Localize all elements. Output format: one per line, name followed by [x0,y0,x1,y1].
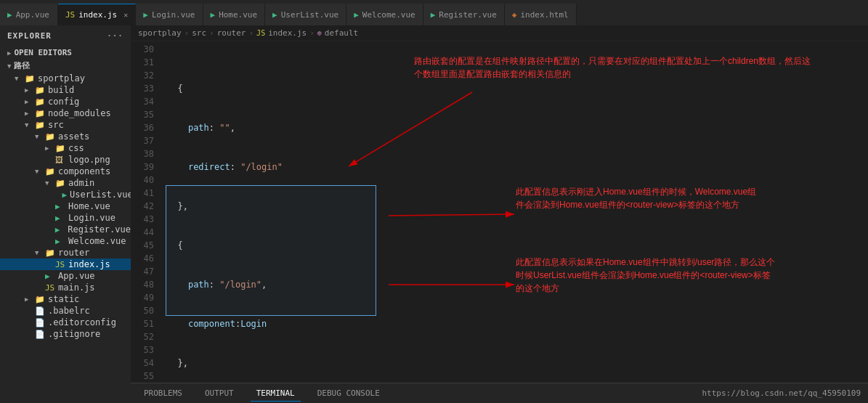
breadcrumb-default: default [325,28,358,38]
tab-label: index.html [520,10,568,20]
tree-css[interactable]: ▶ 📁 css [0,142,131,154]
vue-icon: ▶ [354,10,359,20]
tree-label: Register.vue [68,224,131,235]
code-line-30: { [167,82,868,95]
vue-icon: ▶ [55,202,65,211]
tab-terminal[interactable]: TERMINAL [251,386,301,402]
tree-components[interactable]: ▼ 📁 components [0,166,131,177]
tree-label: sportplay [38,73,85,84]
tab-debug-console[interactable]: DEBUG CONSOLE [312,386,386,401]
tab-userlist-vue[interactable]: ▶ UserList.vue [265,4,346,25]
tree-register-vue[interactable]: ▶ ▶ Register.vue [0,224,131,235]
tree-gitignore[interactable]: ▶ 📄 .gitignore [0,328,131,340]
tree-label: admin [68,178,94,188]
tree-label: assets [58,131,89,142]
sidebar: EXPLORER ··· ▶ OPEN EDITORS ▼ 路径 ▼ 📁 spo… [0,25,131,403]
path-section[interactable]: ▼ 路径 [0,59,131,73]
line-numbers: 30 31 32 33 34 35 36 37 38 39 40 41 42 4… [131,41,160,383]
tree-build[interactable]: ▶ 📁 build [0,84,131,96]
tree-label: logo.png [68,155,110,165]
breadcrumb-router: router [217,28,246,38]
tab-bar: ▶ App.vue JS index.js ✕ ▶ Login.vue ▶ Ho… [0,0,868,25]
tab-index-js[interactable]: JS index.js ✕ [58,4,136,25]
breadcrumb-sportplay: sportplay [138,28,182,38]
tree-label: UserList.vue [70,190,131,200]
sym-icon: ⊕ [317,29,322,37]
tree-router[interactable]: ▼ 📁 router [0,247,131,259]
tree-babelrc[interactable]: ▶ 📄 .babelrc [0,305,131,317]
annotation-top: 路由嵌套的配置是在组件映射路径中配置的，只需要在对应的组件配置处加上一个chil… [414,54,705,81]
folder-icon: 📁 [35,295,45,304]
tab-app-vue[interactable]: ▶ App.vue [0,4,58,25]
section-label: OPEN EDITORS [14,48,71,57]
tree-node-modules[interactable]: ▶ 📁 node_modules [0,107,131,119]
vue-icon: ▶ [272,10,277,20]
tree-main-js[interactable]: ▶ JS main.js [0,282,131,293]
folder-icon: 📁 [45,248,55,258]
sidebar-header: EXPLORER ··· [0,25,131,46]
editor-container: sportplay › src › router › JS index.js ›… [131,25,868,403]
code-line-36: component:Login [167,317,868,330]
tree-index-js[interactable]: ▶ JS index.js [0,259,131,270]
tab-label: Welcome.vue [362,10,415,20]
breadcrumb-src: src [192,28,206,38]
tab-home-vue[interactable]: ▶ Home.vue [203,4,266,25]
open-editors-section[interactable]: ▶ OPEN EDITORS [0,46,131,59]
tab-index-html[interactable]: ◈ index.html [505,4,577,25]
vue-icon: ▶ [55,213,65,223]
tree-label: static [48,294,79,304]
code-line-33: }, [167,200,868,213]
tree-label: Welcome.vue [68,236,126,246]
file-icon: 📄 [35,306,45,316]
editor-body[interactable]: 30 31 32 33 34 35 36 37 38 39 40 41 42 4… [131,41,868,383]
bottom-tabs: PROBLEMS OUTPUT TERMINAL DEBUG CONSOLE h… [131,383,868,403]
vue-icon: ▶ [45,272,55,281]
tree-config[interactable]: ▶ 📁 config [0,96,131,107]
tree-app-vue[interactable]: ▶ ▶ App.vue [0,270,131,282]
chevron-icon: ▶ [7,49,11,57]
tree-home-vue[interactable]: ▶ ▶ Home.vue [0,200,131,212]
tab-login-vue[interactable]: ▶ Login.vue [136,4,203,25]
tab-close-icon[interactable]: ✕ [123,11,128,19]
tab-welcome-vue[interactable]: ▶ Welcome.vue [346,4,423,25]
tree-userlist-vue[interactable]: ▶ ▶ UserList.vue [0,189,131,200]
tab-label: index.js [78,10,117,20]
folder-icon: 📁 [55,179,65,188]
folder-icon: 📁 [35,86,45,95]
tab-problems[interactable]: PROBLEMS [138,386,188,401]
folder-icon: 📁 [55,144,65,153]
code-line-37: }, [167,357,868,370]
vue-icon: ▶ [62,190,67,200]
tree-static[interactable]: ▶ 📁 static [0,293,131,305]
sidebar-icons[interactable]: ··· [107,31,123,41]
tree-label: build [48,85,74,95]
breadcrumb: sportplay › src › router › JS index.js ›… [131,25,868,41]
chevron-icon: ▼ [7,62,11,70]
code-editor[interactable]: { path: "", redirect: "/login" }, { path… [160,41,868,383]
breadcrumb-indexjs: index.js [268,28,307,38]
tree-assets[interactable]: ▼ 📁 assets [0,131,131,142]
tree-admin[interactable]: ▼ 📁 admin [0,177,131,189]
tree-label: Home.vue [68,201,110,211]
sidebar-title: EXPLORER [7,31,52,41]
tree-label: components [58,166,110,176]
tree-sportplay[interactable]: ▼ 📁 sportplay [0,73,131,84]
tree-login-vue[interactable]: ▶ ▶ Login.vue [0,212,131,224]
tab-label: App.vue [16,10,49,20]
more-icon[interactable]: ··· [107,31,123,41]
tree-label: css [68,143,84,153]
tab-register-vue[interactable]: ▶ Register.vue [423,4,505,25]
js-icon: JS [55,260,65,269]
tree-src[interactable]: ▼ 📁 src [0,119,131,131]
tree-label: .editorconfig [48,317,116,327]
csdn-url: https://blog.csdn.net/qq_45950109 [702,388,861,398]
js-icon: JS [65,10,75,20]
tree-label: Login.vue [68,213,115,223]
tree-logo-png[interactable]: ▶ 🖼 logo.png [0,154,131,166]
tab-label: Register.vue [439,10,496,20]
tab-output[interactable]: OUTPUT [199,386,240,401]
folder-icon: 📁 [45,132,55,142]
tree-welcome-vue[interactable]: ▶ ▶ Welcome.vue [0,235,131,247]
section-label: 路径 [14,60,30,71]
tree-editorconfig[interactable]: ▶ 📄 .editorconfig [0,317,131,328]
